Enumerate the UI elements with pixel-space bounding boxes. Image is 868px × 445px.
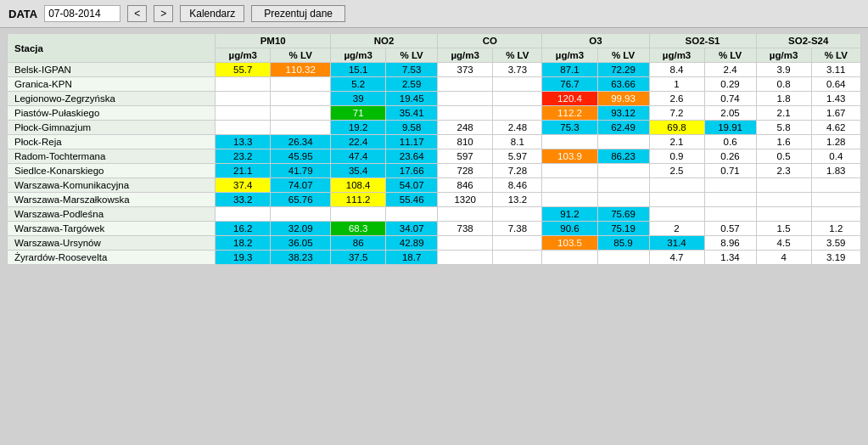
table-cell: 35.4 — [331, 164, 386, 178]
table-cell — [542, 193, 597, 207]
table-cell — [493, 77, 542, 92]
station-name-cell: Granica-KPN — [8, 77, 216, 92]
table-row: Radom-Tochtermana23.245.9547.423.645975.… — [8, 149, 861, 164]
table-row: Płock-Reja13.326.3422.411.178108.12.10.6… — [8, 135, 861, 149]
station-name-cell: Warszawa-Komunikacyjna — [8, 178, 216, 193]
table-cell: 35.41 — [386, 106, 438, 121]
table-cell: 55.7 — [216, 63, 271, 77]
table-cell: 2.3 — [756, 164, 811, 178]
table-cell: 86 — [331, 236, 386, 251]
table-cell — [756, 178, 811, 193]
o3-ug-header: µg/m3 — [542, 48, 597, 63]
table-cell: 91.2 — [542, 207, 597, 222]
table-cell: 103.5 — [542, 236, 597, 251]
table-cell — [271, 121, 331, 135]
pm10-ug-header: µg/m3 — [216, 48, 271, 63]
no2-group-header: NO2 — [331, 34, 438, 48]
table-cell: 19.91 — [704, 121, 756, 135]
table-cell: 18.2 — [216, 236, 271, 251]
table-cell: 738 — [438, 222, 493, 236]
table-cell: 8.4 — [649, 63, 704, 77]
table-row: Warszawa-Ursynów18.236.058642.89103.585.… — [8, 236, 861, 251]
table-cell: 8.1 — [493, 135, 542, 149]
table-cell: 1.43 — [811, 92, 860, 106]
table-cell: 55.46 — [386, 193, 438, 207]
table-cell: 2.4 — [704, 63, 756, 77]
table-cell: 1.5 — [756, 222, 811, 236]
table-cell: 2.59 — [386, 77, 438, 92]
table-cell: 0.64 — [811, 77, 860, 92]
date-input[interactable] — [44, 5, 120, 22]
table-row: Siedlce-Konarskiego21.141.7935.417.66728… — [8, 164, 861, 178]
table-cell: 1.83 — [811, 164, 860, 178]
table-cell: 93.12 — [597, 106, 649, 121]
o3-group-header: O3 — [542, 34, 649, 48]
table-cell — [493, 106, 542, 121]
table-cell: 3.11 — [811, 63, 860, 77]
table-cell: 16.2 — [216, 222, 271, 236]
table-cell: 11.17 — [386, 135, 438, 149]
table-cell: 18.7 — [386, 251, 438, 265]
table-cell: 23.64 — [386, 149, 438, 164]
table-cell: 1.2 — [811, 222, 860, 236]
table-row: Piastów-Pułaskiego7135.41112.293.127.22.… — [8, 106, 861, 121]
table-cell: 34.07 — [386, 222, 438, 236]
table-cell: 7.38 — [493, 222, 542, 236]
table-cell — [597, 251, 649, 265]
table-cell: 0.26 — [704, 149, 756, 164]
table-cell: 810 — [438, 135, 493, 149]
co-pct-header: % LV — [493, 48, 542, 63]
table-cell: 47.4 — [331, 149, 386, 164]
table-cell: 1.34 — [704, 251, 756, 265]
station-name-cell: Warszawa-Marszałkowska — [8, 193, 216, 207]
so2s1-group-header: SO2-S1 — [649, 34, 756, 48]
table-cell — [271, 92, 331, 106]
station-name-cell: Płock-Gimnazjum — [8, 121, 216, 135]
next-button[interactable]: > — [154, 5, 173, 22]
table-cell: 17.66 — [386, 164, 438, 178]
table-cell — [597, 164, 649, 178]
table-cell: 0.71 — [704, 164, 756, 178]
table-row: Płock-Gimnazjum19.29.582482.4875.362.496… — [8, 121, 861, 135]
table-cell: 5.97 — [493, 149, 542, 164]
table-cell — [542, 178, 597, 193]
prev-button[interactable]: < — [127, 5, 147, 22]
present-data-button[interactable]: Prezentuj dane — [251, 5, 345, 22]
table-cell: 1 — [649, 77, 704, 92]
table-cell: 8.46 — [493, 178, 542, 193]
table-cell: 7.28 — [493, 164, 542, 178]
table-cell: 2 — [649, 222, 704, 236]
station-name-cell: Piastów-Pułaskiego — [8, 106, 216, 121]
table-cell: 0.5 — [756, 149, 811, 164]
table-cell: 2.1 — [756, 106, 811, 121]
table-cell — [438, 92, 493, 106]
table-cell: 3.59 — [811, 236, 860, 251]
table-cell: 1.28 — [811, 135, 860, 149]
table-cell: 19.45 — [386, 92, 438, 106]
table-cell: 0.57 — [704, 222, 756, 236]
table-cell: 4 — [756, 251, 811, 265]
table-cell: 4.5 — [756, 236, 811, 251]
table-cell — [271, 77, 331, 92]
table-cell: 85.9 — [597, 236, 649, 251]
table-cell: 5.2 — [331, 77, 386, 92]
o3-pct-header: % LV — [597, 48, 649, 63]
table-cell: 71 — [331, 106, 386, 121]
table-cell: 42.89 — [386, 236, 438, 251]
table-cell — [649, 207, 704, 222]
table-cell: 63.66 — [597, 77, 649, 92]
table-cell: 111.2 — [331, 193, 386, 207]
table-cell: 31.4 — [649, 236, 704, 251]
table-cell: 728 — [438, 164, 493, 178]
table-cell: 0.8 — [756, 77, 811, 92]
table-row: Warszawa-Komunikacyjna37.474.07108.454.0… — [8, 178, 861, 193]
calendar-button[interactable]: Kalendarz — [180, 5, 244, 22]
table-cell: 3.9 — [756, 63, 811, 77]
table-cell: 39 — [331, 92, 386, 106]
table-cell: 103.9 — [542, 149, 597, 164]
station-name-cell: Warszawa-Podleśna — [8, 207, 216, 222]
table-cell — [271, 207, 331, 222]
table-cell: 45.95 — [271, 149, 331, 164]
table-cell: 3.73 — [493, 63, 542, 77]
data-table: Stacja PM10 NO2 CO O3 SO2-S1 SO2-S24 µg/… — [7, 33, 861, 265]
